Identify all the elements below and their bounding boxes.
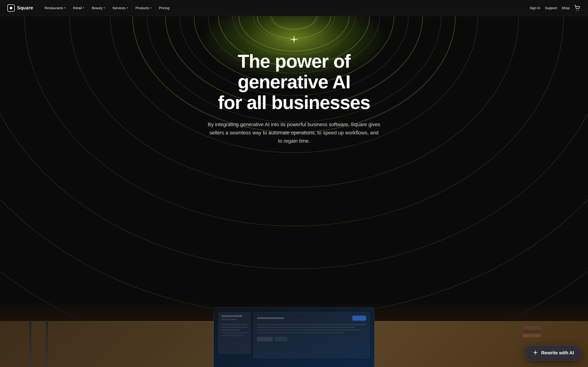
rewrite-sparkle-icon [532, 350, 538, 356]
logo[interactable]: Square [7, 4, 33, 12]
nav-sign-in[interactable]: Sign In [530, 6, 540, 10]
rewrite-ai-button[interactable]: Rewrite with AI [525, 345, 582, 361]
rewrite-ai-label: Rewrite with AI [541, 350, 574, 356]
hero-subtitle: By integrating generative AI into its po… [207, 120, 381, 145]
nav-item-pricing[interactable]: Pricing [156, 4, 173, 12]
laptop-mockup [214, 307, 374, 367]
nav-right: Sign In Support Shop [530, 5, 581, 11]
nav-shop[interactable]: Shop [562, 6, 570, 10]
chevron-down-icon: ▾ [64, 6, 66, 9]
logo-inner-square [10, 7, 12, 9]
hero-section: The power of generative AI for all busin… [0, 0, 588, 367]
chevron-down-icon: ▾ [127, 6, 128, 9]
chevron-down-icon: ▾ [83, 6, 84, 9]
screen-left-panel [218, 312, 251, 353]
hero-sparkle-icon [289, 34, 299, 45]
nav-item-beauty[interactable]: Beauty ▾ [88, 4, 108, 12]
nav-item-retail[interactable]: Retail ▾ [70, 4, 87, 12]
svg-point-1 [578, 10, 579, 10]
hero-content: The power of generative AI for all busin… [168, 16, 420, 159]
nav-main-links: Restaurants ▾ Retail ▾ Beauty ▾ Services… [41, 4, 530, 12]
hero-title: The power of generative AI for all busin… [191, 51, 397, 113]
cart-icon[interactable] [574, 5, 581, 11]
nav-item-services[interactable]: Services ▾ [109, 4, 131, 12]
main-nav: Square Restaurants ▾ Retail ▾ Beauty ▾ S… [0, 0, 588, 16]
logo-icon [7, 4, 15, 12]
chevron-down-icon: ▾ [150, 6, 152, 9]
chevron-down-icon: ▾ [104, 6, 105, 9]
nav-item-restaurants[interactable]: Restaurants ▾ [41, 4, 69, 12]
nav-item-products[interactable]: Products ▾ [132, 4, 155, 12]
svg-point-0 [576, 10, 577, 10]
nav-support[interactable]: Support [545, 6, 557, 10]
screen-main-panel [253, 312, 370, 358]
logo-text: Square [17, 5, 33, 10]
